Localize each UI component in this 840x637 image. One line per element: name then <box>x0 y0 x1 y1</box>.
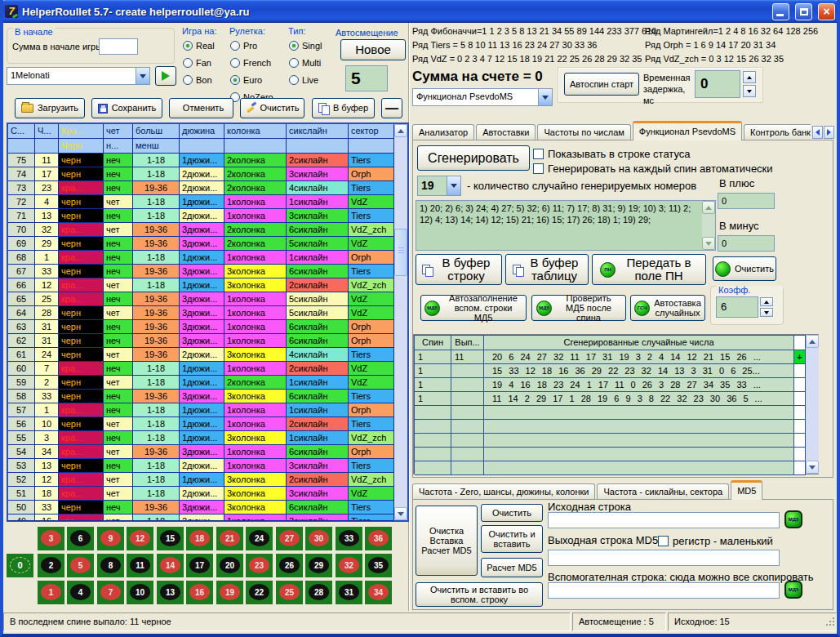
tab-1[interactable]: Анализатор <box>412 124 474 140</box>
board-cell-9[interactable]: 9 <box>97 527 124 550</box>
maximize-button[interactable] <box>795 3 812 20</box>
md5-case-checkbox[interactable]: регистр - маленький <box>658 535 773 547</box>
checkbox-show-status[interactable]: Показывать в строке статуса <box>533 148 691 160</box>
board-cell-1[interactable]: 1 <box>38 581 64 604</box>
tab-4[interactable]: Функционал PsevdoMS <box>633 121 742 140</box>
generated-row[interactable]: 115 33 12 18 16 36 29 22 23 32 14 13 3 3… <box>415 364 806 378</box>
spin-up-button[interactable] <box>743 71 756 83</box>
board-zero-cell[interactable]: 0 <box>7 554 33 577</box>
toolbar-button-copy[interactable]: В буфер <box>312 98 375 118</box>
chevron-down-icon[interactable] <box>136 68 149 84</box>
autofill-md5-button[interactable]: МД5 Автозаполнение вспом. строки МД5 <box>420 295 527 321</box>
generated-row[interactable]: 119 4 16 18 23 24 1 17 11 0 26 3 28 27 3… <box>415 378 806 392</box>
generated-row[interactable] <box>415 461 806 475</box>
board-cell-36[interactable]: 36 <box>365 527 392 550</box>
board-cell-3[interactable]: 3 <box>38 527 64 550</box>
table-row[interactable]: 6124чернчет19-362дюжи...3колонка4сиклайн… <box>8 348 394 362</box>
generate-button[interactable]: Сгенерировать <box>417 145 530 171</box>
board-cell-18[interactable]: 18 <box>186 527 213 550</box>
start-sum-input[interactable] <box>99 38 138 55</box>
table-row[interactable]: 6331черннеч19-363дюжи...1колонка6сиклайн… <box>8 320 394 334</box>
table-row[interactable]: 7511черннеч1-181дюжи...2колонка2сиклайнT… <box>8 154 394 167</box>
radio-live[interactable]: Live <box>289 75 336 85</box>
tab-5[interactable]: Контроль банкрол <box>744 124 811 140</box>
board-cell-2[interactable]: 2 <box>38 554 64 577</box>
md5-clear-button[interactable]: Очистить <box>481 504 543 522</box>
board-cell-34[interactable]: 34 <box>365 581 392 604</box>
board-cell-28[interactable]: 28 <box>305 581 332 604</box>
board-cell-23[interactable]: 23 <box>246 554 273 577</box>
table-row[interactable]: 6929черннеч19-363дюжи...2колонка5сиклайн… <box>8 237 394 251</box>
tab-3[interactable]: Частоты по числам <box>537 124 630 140</box>
minus-value-field[interactable]: 0 <box>718 235 775 252</box>
tab-1[interactable]: Частота - Zero, шансы, дюжины, колонки <box>412 483 595 500</box>
generated-row[interactable]: 11120 6 24 27 32 11 17 31 19 3 2 4 14 12… <box>415 350 806 364</box>
clear-generated-button[interactable]: Очистить <box>713 256 776 281</box>
checkbox-auto-generate[interactable]: Генерировать на каждый спин автоматическ… <box>533 163 773 175</box>
generated-row[interactable] <box>415 406 806 420</box>
mode-select[interactable]: Функционал PsevdoMS <box>412 88 553 106</box>
toolbar-button-undo[interactable]: Отменить <box>169 98 233 118</box>
board-cell-35[interactable]: 35 <box>365 554 392 577</box>
radio-multi[interactable]: Multi <box>289 58 336 68</box>
minimize-button[interactable] <box>772 3 789 20</box>
spins-table-scrollbar[interactable] <box>394 124 407 520</box>
board-cell-21[interactable]: 21 <box>216 527 243 550</box>
autoshift-new-button[interactable]: Новое <box>340 39 406 60</box>
toolbar-button-minus[interactable]: — <box>381 98 402 118</box>
table-row[interactable]: 5033черннеч19-363дюжи...3колонка6сиклайн… <box>8 501 394 514</box>
scroll-down-button[interactable] <box>806 461 819 474</box>
board-cell-16[interactable]: 16 <box>186 581 213 604</box>
spin-down-button[interactable] <box>743 85 756 97</box>
tab-scroll-right-button[interactable] <box>824 126 834 139</box>
board-cell-32[interactable]: 32 <box>336 554 362 577</box>
tab-3[interactable]: MD5 <box>731 480 762 500</box>
board-cell-20[interactable]: 20 <box>216 554 243 577</box>
board-cell-7[interactable]: 7 <box>97 581 124 604</box>
table-row[interactable]: 5118кра...чет1-182дюжи...3колонка3сиклай… <box>8 487 394 501</box>
table-row[interactable]: 5313черннеч1-182дюжи...1колонка3сиклайнT… <box>8 459 394 473</box>
toolbar-button-brush[interactable]: Очистить <box>240 98 304 118</box>
table-row[interactable]: 5833черннеч19-363дюжи...3колонка6сиклайн… <box>8 390 394 403</box>
board-cell-10[interactable]: 10 <box>127 581 153 604</box>
scroll-up-button[interactable] <box>806 335 819 348</box>
board-cell-4[interactable]: 4 <box>67 581 94 604</box>
md5-sphere-icon[interactable]: МД5 <box>784 510 802 528</box>
md5-calc-button[interactable]: Расчет MD5 <box>481 558 543 577</box>
coef-spinner[interactable] <box>760 297 773 317</box>
autoshift-value-field[interactable]: 5 <box>345 65 388 91</box>
board-cell-22[interactable]: 22 <box>246 581 273 604</box>
generated-row[interactable] <box>415 448 806 461</box>
board-cell-24[interactable]: 24 <box>246 527 273 550</box>
spin-up-button[interactable] <box>760 297 773 306</box>
radio-singl[interactable]: Singl <box>289 41 336 51</box>
table-row[interactable]: 4916кра...чет1-182дюжи...1колонка3сиклай… <box>8 514 394 521</box>
buffer-row-button[interactable]: В буфер строку <box>416 254 502 285</box>
md5-big-button[interactable]: Очистка Вставка Расчет MD5 <box>416 506 478 576</box>
chevron-down-icon[interactable] <box>538 89 552 105</box>
md5-aux-input[interactable] <box>548 582 780 599</box>
table-row[interactable]: 607кра...неч1-181дюжи...1колонка2сиклайн… <box>8 362 394 376</box>
table-row[interactable]: 6525кра...неч19-363дюжи...1колонка5сикла… <box>8 292 394 306</box>
md5-clear-paste-aux-button[interactable]: Очистить и вставить во вспом. строку <box>416 582 543 607</box>
autospin-start-button[interactable]: Автоспин старт <box>564 73 639 96</box>
table-row[interactable]: 7323кра...неч19-362дюжи...2колонка4сикла… <box>8 181 394 195</box>
table-row[interactable]: 571кра...неч1-181дюжи...1колонка1сиклайн… <box>8 403 394 417</box>
textarea-scrollbar[interactable] <box>702 201 715 250</box>
coef-value-field[interactable]: 6 <box>716 296 758 318</box>
table-row[interactable]: 6231черннеч19-363дюжи...1колонка6сиклайн… <box>8 334 394 348</box>
chevron-down-icon[interactable] <box>447 176 460 195</box>
board-cell-26[interactable]: 26 <box>276 554 303 577</box>
md5-output-input[interactable] <box>548 550 780 566</box>
board-cell-14[interactable]: 14 <box>157 554 184 577</box>
board-cell-6[interactable]: 6 <box>67 527 94 550</box>
generated-row[interactable] <box>415 434 806 448</box>
generated-row[interactable] <box>415 420 806 434</box>
board-cell-33[interactable]: 33 <box>336 527 362 550</box>
scroll-up-button[interactable] <box>394 124 407 137</box>
board-cell-31[interactable]: 31 <box>336 581 362 604</box>
table-row[interactable]: 681кра...неч1-181дюжи...1колонка1сиклайн… <box>8 251 394 265</box>
toolbar-button-folder[interactable]: Загрузить <box>15 98 85 118</box>
table-row[interactable]: 5212кра...чет1-181дюжи...3колонка2сиклай… <box>8 473 394 487</box>
scrollbar-thumb[interactable] <box>394 229 407 276</box>
